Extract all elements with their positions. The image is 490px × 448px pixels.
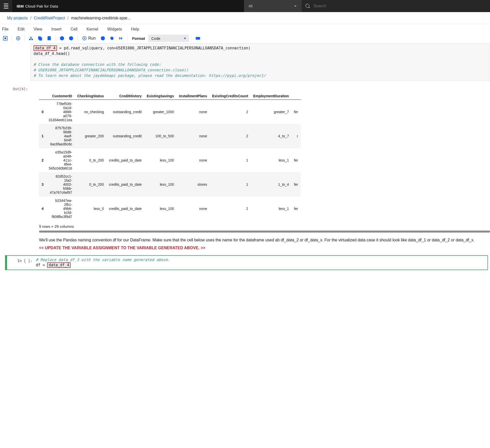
cell: 82d52cc1-1fa2-4002-b5bb-47a767c6ef97 [46, 172, 75, 197]
toolbar-sep [12, 35, 12, 41]
interrupt-button[interactable] [99, 35, 107, 42]
svg-point-3 [29, 39, 30, 40]
col-header: ExistingCreditsCount [209, 92, 251, 100]
cell: credits_paid_to_date [106, 148, 144, 172]
cell: e35a15d9-a048-411c-8fe4-545c040b6016 [46, 148, 75, 172]
dataframe-output: CustomerID CheckingStatus CreditHistory … [0, 91, 490, 255]
cell: fer [291, 148, 300, 172]
col-header: InstallmentPlans [176, 92, 209, 100]
insert-below-button[interactable] [14, 35, 22, 42]
menu-edit[interactable]: Edit [13, 25, 29, 33]
code-cell[interactable]: data_df_4 = pd.read_sql(query, con=USER1… [0, 43, 490, 81]
command-palette-button[interactable] [194, 35, 202, 42]
table-row: 382d52cc1-1fa2-4002-b5bb-47a767c6ef970_t… [39, 172, 301, 197]
row-index: 2 [39, 148, 46, 172]
row-index: 4 [39, 197, 46, 221]
cell: 0_to_200 [75, 148, 106, 172]
paste-button[interactable] [45, 35, 53, 42]
markdown-paragraph: We'll use the Pandas naming convention d… [39, 233, 490, 244]
cell: 1 [209, 148, 251, 172]
restart-run-all-button[interactable] [117, 35, 125, 42]
dataframe-table: CustomerID CheckingStatus CreditHistory … [39, 92, 301, 221]
row-index: 3 [39, 172, 46, 197]
cell: 8757b239-96d8-4aef-b04f-6ac6faed6c8c [46, 124, 75, 148]
input-prompt: In [ ]: [10, 257, 35, 268]
breadcrumb-project[interactable]: CreditRiskProject [34, 16, 65, 20]
table-row: 2e35a15d9-a048-411c-8fe4-545c040b60160_t… [39, 148, 301, 172]
scope-dropdown[interactable]: All [244, 0, 302, 12]
breadcrumb-file: machinelearning-creditrisk-spar... [71, 16, 131, 20]
hamburger-menu[interactable] [0, 0, 12, 12]
toolbar-sep [77, 35, 78, 41]
search-area[interactable] [302, 0, 490, 12]
cell: b23447ea-2fb1-49b6-b1fd-f808fbc3f9d7 [46, 197, 75, 221]
save-button[interactable] [2, 35, 9, 42]
run-button[interactable]: Run [80, 36, 98, 41]
cell: r [291, 124, 300, 148]
copy-button[interactable] [36, 35, 44, 42]
header-spacer [63, 0, 244, 12]
code-editor[interactable]: data_df_4 = pd.read_sql(query, con=USER1… [30, 43, 490, 81]
col-header: EmploymentDuration [251, 92, 292, 100]
menu-insert[interactable]: Insert [47, 25, 66, 33]
svg-rect-6 [40, 38, 42, 40]
cell: 1_to_4 [251, 172, 292, 197]
cut-button[interactable] [27, 35, 35, 42]
toolbar-sep [24, 35, 25, 41]
horizontal-scrollbar[interactable] [39, 231, 490, 233]
code-editor[interactable]: # Replace data_df_3 with the variable na… [35, 257, 486, 268]
svg-rect-13 [102, 38, 104, 39]
move-down-button[interactable] [67, 35, 75, 42]
cell: outstanding_credit [106, 100, 144, 124]
cell: none [176, 197, 209, 221]
selected-code-cell[interactable]: In [ ]: # Replace data_df_3 with the var… [5, 255, 488, 270]
table-index-header [39, 92, 46, 100]
cell: fer [291, 197, 300, 221]
col-header [291, 92, 300, 100]
menu-kernel[interactable]: Kernel [82, 25, 103, 33]
restart-button[interactable] [108, 35, 116, 42]
output-prompt: Out[4]: [0, 85, 30, 91]
breadcrumb-sep: / [68, 16, 69, 20]
cell: greater_7 [251, 100, 292, 124]
breadcrumb: My projects / CreditRiskProject / machin… [0, 12, 490, 24]
menu-file[interactable]: File [1, 25, 13, 33]
output-cell: Out[4]: [0, 85, 490, 91]
search-input[interactable] [313, 4, 486, 8]
jupyter-toolbar: Run Format Code ▾ [0, 33, 490, 43]
markdown-alert: << UPDATE THE VARIABLE ASSIGNMENT TO THE… [39, 244, 490, 255]
cell: less_100 [144, 197, 176, 221]
breadcrumb-root[interactable]: My projects [7, 16, 28, 20]
cell-type-select[interactable]: Code ▾ [148, 35, 189, 42]
col-header: ExistingSavings [144, 92, 176, 100]
dataframe-shape: 5 rows × 29 columns [39, 221, 490, 230]
highlight-box: data_df_4 [47, 262, 71, 268]
cell: no_checking [75, 100, 106, 124]
toolbar-sep [127, 35, 128, 41]
cell: none [176, 148, 209, 172]
brand-rest: Cloud Pak for Data [25, 4, 58, 8]
col-header: CheckingStatus [75, 92, 106, 100]
menu-widgets[interactable]: Widgets [103, 25, 127, 33]
row-index: 0 [39, 100, 46, 124]
cell: fer [291, 172, 300, 197]
col-header: CreditHistory [106, 92, 144, 100]
svg-point-4 [32, 39, 33, 40]
notebook-area: data_df_4 = pd.read_sql(query, con=USER1… [0, 43, 490, 280]
table-row: 0778ef539-0a1d-4888-a079-31d34eeb11eano_… [39, 100, 301, 124]
cell: 2 [209, 197, 251, 221]
cell: 4_to_7 [251, 124, 292, 148]
cell: credits_paid_to_date [106, 197, 144, 221]
cell: credits_paid_to_date [106, 172, 144, 197]
cell: none [176, 100, 209, 124]
menu-view[interactable]: View [29, 25, 47, 33]
menu-help[interactable]: Help [126, 25, 144, 33]
col-header: CustomerID [46, 92, 75, 100]
breadcrumb-sep: / [30, 16, 31, 20]
cell: less_100 [144, 172, 176, 197]
cell: stores [176, 172, 209, 197]
hamburger-icon [4, 4, 8, 9]
move-up-button[interactable] [58, 35, 66, 42]
top-header: IBM Cloud Pak for Data All [0, 0, 490, 12]
menu-cell[interactable]: Cell [66, 25, 82, 33]
